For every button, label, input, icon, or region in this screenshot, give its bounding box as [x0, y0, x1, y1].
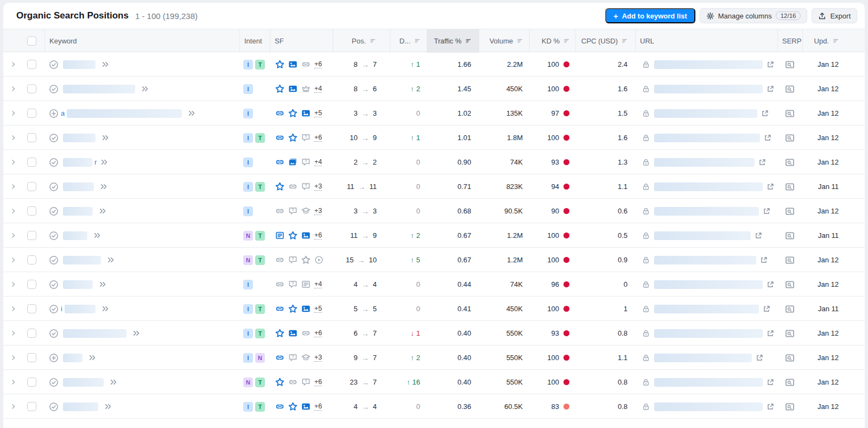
manage-columns-button[interactable]: Manage columns 12/16 [700, 8, 808, 23]
row-checkbox[interactable] [27, 377, 36, 387]
external-link-icon[interactable] [763, 207, 771, 215]
serp-preview-icon[interactable] [785, 60, 795, 70]
row-checkbox[interactable] [27, 109, 36, 118]
external-link-icon[interactable] [766, 329, 775, 337]
external-link-icon[interactable] [766, 85, 775, 93]
row-checkbox[interactable] [27, 329, 36, 338]
external-link-icon[interactable] [755, 231, 763, 240]
double-chevron-icon[interactable] [93, 231, 102, 240]
sort-icon[interactable] [563, 37, 571, 45]
sort-icon[interactable] [517, 37, 524, 45]
serp-preview-icon[interactable] [785, 231, 795, 241]
row-checkbox[interactable] [27, 231, 36, 240]
select-all-checkbox[interactable] [27, 36, 36, 46]
double-chevron-icon[interactable] [110, 378, 118, 386]
column-header-upd[interactable]: Upd. [802, 29, 845, 53]
serp-preview-icon[interactable] [785, 182, 795, 192]
serp-preview-icon[interactable] [785, 158, 795, 167]
external-link-icon[interactable] [766, 182, 775, 191]
more-serp-features-link[interactable]: +6 [314, 231, 322, 240]
expand-chevron-icon[interactable] [10, 110, 17, 117]
sort-icon[interactable] [465, 37, 472, 45]
more-serp-features-link[interactable]: +6 [314, 60, 322, 68]
more-serp-features-link[interactable]: +4 [314, 158, 322, 166]
more-serp-features-link[interactable]: +6 [314, 134, 322, 142]
expand-chevron-icon[interactable] [10, 61, 17, 68]
more-serp-features-link[interactable]: +4 [314, 280, 322, 288]
double-chevron-icon[interactable] [100, 182, 108, 191]
more-serp-features-link[interactable]: +6 [314, 402, 322, 411]
serp-preview-icon[interactable] [785, 353, 795, 363]
expand-chevron-icon[interactable] [10, 159, 17, 166]
row-checkbox[interactable] [27, 402, 36, 411]
serp-preview-icon[interactable] [785, 255, 795, 265]
serp-preview-icon[interactable] [785, 402, 795, 412]
external-link-icon[interactable] [766, 378, 775, 386]
more-serp-features-link[interactable]: +6 [314, 378, 322, 386]
row-checkbox[interactable] [27, 353, 36, 362]
external-link-icon[interactable] [766, 402, 775, 411]
column-header-volume[interactable]: Volume [479, 29, 529, 53]
double-chevron-icon[interactable] [102, 60, 110, 68]
row-checkbox[interactable] [27, 60, 36, 69]
more-serp-features-link[interactable]: +3 [314, 354, 322, 362]
more-serp-features-link[interactable]: +4 [314, 85, 322, 93]
expand-chevron-icon[interactable] [10, 305, 17, 312]
add-to-keyword-list-button[interactable]: + Add to keyword list [605, 8, 695, 23]
sort-icon[interactable] [622, 37, 629, 45]
double-chevron-icon[interactable] [102, 134, 110, 142]
serp-preview-icon[interactable] [785, 206, 795, 216]
row-checkbox[interactable] [27, 255, 36, 265]
column-header-traffic[interactable]: Traffic % [427, 29, 479, 53]
export-button[interactable]: Export [812, 8, 857, 23]
more-serp-features-link[interactable]: +5 [314, 305, 322, 313]
double-chevron-icon[interactable] [102, 305, 110, 313]
sort-icon[interactable] [833, 37, 840, 45]
sort-icon[interactable] [414, 37, 421, 45]
double-chevron-icon[interactable] [88, 354, 97, 362]
column-header-kd[interactable]: KD % [529, 29, 575, 53]
row-checkbox[interactable] [27, 206, 36, 216]
column-header-pos[interactable]: Pos. [333, 29, 390, 53]
expand-chevron-icon[interactable] [10, 232, 17, 239]
double-chevron-icon[interactable] [107, 256, 115, 264]
double-chevron-icon[interactable] [132, 329, 141, 337]
expand-chevron-icon[interactable] [10, 256, 17, 263]
double-chevron-icon[interactable] [100, 158, 109, 166]
serp-preview-icon[interactable] [785, 377, 795, 387]
sort-icon[interactable] [370, 37, 377, 45]
expand-chevron-icon[interactable] [10, 134, 17, 141]
double-chevron-icon[interactable] [99, 280, 107, 288]
expand-chevron-icon[interactable] [10, 281, 17, 288]
row-checkbox[interactable] [27, 158, 36, 167]
more-serp-features-link[interactable]: +3 [314, 207, 322, 215]
expand-chevron-icon[interactable] [10, 85, 17, 92]
more-serp-features-link[interactable]: +3 [314, 182, 322, 191]
external-link-icon[interactable] [764, 134, 772, 142]
external-link-icon[interactable] [756, 354, 764, 362]
column-header-diff[interactable]: D... [390, 29, 427, 53]
row-checkbox[interactable] [27, 304, 36, 313]
serp-preview-icon[interactable] [785, 109, 795, 118]
expand-chevron-icon[interactable] [10, 330, 17, 337]
external-link-icon[interactable] [760, 256, 768, 264]
row-checkbox[interactable] [27, 182, 36, 191]
column-header-cpc[interactable]: CPC (USD) [575, 29, 635, 53]
expand-chevron-icon[interactable] [10, 183, 17, 190]
serp-preview-icon[interactable] [785, 133, 795, 143]
row-checkbox[interactable] [27, 84, 36, 93]
serp-preview-icon[interactable] [785, 84, 795, 94]
external-link-icon[interactable] [761, 109, 769, 117]
row-checkbox[interactable] [27, 133, 36, 142]
serp-preview-icon[interactable] [785, 304, 795, 314]
more-serp-features-link[interactable]: +5 [314, 109, 322, 117]
expand-chevron-icon[interactable] [10, 403, 17, 410]
serp-preview-icon[interactable] [785, 329, 795, 338]
serp-preview-icon[interactable] [785, 280, 795, 289]
expand-chevron-icon[interactable] [10, 379, 17, 386]
double-chevron-icon[interactable] [141, 85, 149, 93]
expand-chevron-icon[interactable] [10, 354, 17, 361]
row-checkbox[interactable] [27, 280, 36, 289]
double-chevron-icon[interactable] [99, 207, 107, 215]
expand-chevron-icon[interactable] [10, 207, 17, 215]
